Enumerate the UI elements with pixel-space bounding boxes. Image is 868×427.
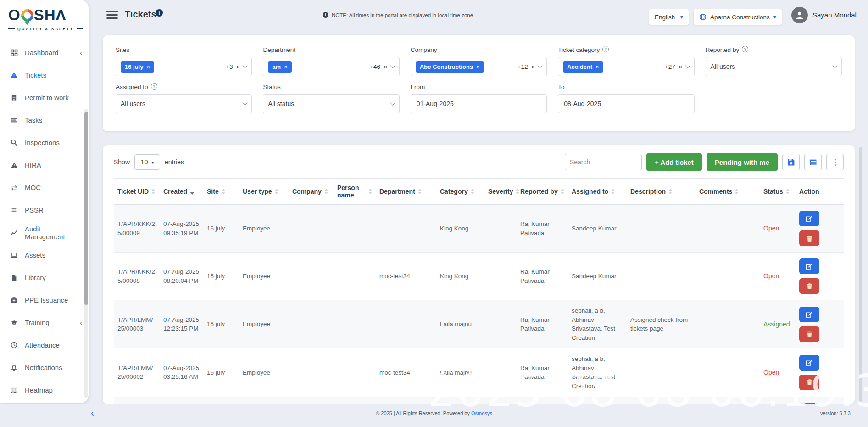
sidebar-item-tickets[interactable]: Tickets [0,64,89,86]
chevron-left-icon[interactable]: ‹ [80,319,82,326]
clear-icon[interactable]: × [531,63,535,71]
col-reported-by[interactable]: Reported by [517,179,568,205]
export-save-button[interactable] [782,154,800,170]
sites-multiselect[interactable]: 16 july× +3× [116,57,252,76]
col-category[interactable]: Category [436,179,484,205]
save-icon [787,158,795,166]
sidebar-item-moc[interactable]: ⇄ MOC [0,176,89,199]
page-size-select[interactable]: 10 ▾ [134,154,160,170]
pending-with-me-button[interactable]: Pending with me [707,153,778,171]
col-company[interactable]: Company [289,179,334,205]
logo-letter-o: O [8,6,21,24]
language-selector[interactable]: English ▾ [649,9,689,25]
sidebar-item-notifications[interactable]: Notifications [0,356,89,379]
more-options-button[interactable]: ⋮ [826,154,844,170]
ticket-uid-cell: T/APR/KKK/25/00008 [114,253,160,300]
page-size-control: Show 10 ▾ entries [114,154,184,170]
col-action: Action [796,179,844,205]
footer: ‹ © 2025 | All Rights Reserved. Powered … [0,404,868,427]
delete-button[interactable] [799,230,819,246]
col-ticket-uid[interactable]: Ticket UID [114,179,160,205]
reported-by-select[interactable]: All users [706,57,842,76]
sort-icon [275,189,278,194]
filter-label: Assigned to [116,84,148,90]
col-department[interactable]: Department [376,179,436,205]
clear-icon[interactable]: × [679,63,683,71]
sort-icon [222,189,225,194]
sidebar-item-tasks[interactable]: Tasks [0,109,89,131]
sidebar-item-audit-management[interactable]: Audit Management [0,221,89,244]
trash-icon [806,283,813,290]
sidebar-item-label: Training [25,319,50,326]
sidebar-item-ppe-issuance[interactable]: PPE Issuance [0,289,89,311]
chevron-down-icon [390,100,395,105]
user-name[interactable]: Sayan Mondal [812,11,857,19]
clear-icon[interactable]: × [384,63,388,71]
chip-close-icon[interactable]: × [146,63,150,70]
copyright: © 2025 | All Rights Reserved. Powered by… [0,410,868,416]
category-multiselect[interactable]: Accident× +27× [558,57,694,76]
delete-button[interactable] [799,278,819,294]
search-input[interactable] [565,154,642,170]
version-label: version: 5.7.3 [820,410,851,416]
chip-close-icon[interactable]: × [595,63,599,70]
sidebar-item-assets[interactable]: Assets [0,244,89,266]
sort-icon [151,189,155,194]
edit-button[interactable] [799,355,819,371]
chevron-left-icon[interactable]: ‹ [80,49,82,56]
column-view-button[interactable] [804,154,822,170]
col-severity[interactable]: Severity [484,179,517,205]
sidebar-item-dashboard[interactable]: Dashboard ‹ [0,41,89,64]
help-icon[interactable]: ? [602,46,609,52]
edit-button[interactable] [799,258,819,274]
col-description[interactable]: Description [627,179,696,205]
osmosys-link[interactable]: Osmosys [471,410,492,416]
col-person-name[interactable]: Person name [334,179,376,205]
company-multiselect[interactable]: Abc Constructions× +12× [411,57,547,76]
sidebar-item-pssr[interactable]: PSSR [0,199,89,221]
col-created[interactable]: Created [160,179,203,205]
hamburger-menu-icon[interactable] [106,11,118,19]
add-ticket-button[interactable]: + Add ticket [646,153,702,171]
select-value: All users [121,100,145,107]
col-status[interactable]: Status [760,179,796,205]
edit-button[interactable] [799,307,819,322]
help-icon[interactable]: ? [151,83,157,90]
sidebar-item-hira[interactable]: HIRA [0,154,89,176]
sidebar-scrollbar-thumb[interactable] [84,112,88,305]
delete-button[interactable] [799,375,819,390]
sidebar-item-attendance[interactable]: Attendance [0,334,89,356]
assigned-to-select[interactable]: All users [116,94,252,113]
caret-down-icon: ▾ [151,160,154,165]
help-icon[interactable]: ? [742,46,748,52]
clear-icon[interactable]: × [236,63,240,71]
col-comments[interactable]: Comments [696,179,760,205]
chip-close-icon[interactable]: × [476,63,480,70]
col-site[interactable]: Site [203,179,239,205]
col-user-type[interactable]: User type [239,179,289,205]
filter-chip: am× [268,61,291,73]
user-avatar[interactable] [791,7,808,23]
delete-button[interactable] [799,326,819,342]
chip-close-icon[interactable]: × [284,63,288,70]
status-select[interactable]: All status [263,94,399,113]
organisation-selector[interactable]: Aparna Constructions ▾ [694,9,782,25]
sidebar-item-heatmap[interactable]: Heatmap [0,379,89,401]
sidebar-item-inspections[interactable]: Inspections [0,131,89,154]
sidebar-item-training[interactable]: Training ‹ [0,311,89,334]
table-row: T/APR/LMM/25/00002 07-Aug-2025 03:25:16 … [114,348,844,397]
sidebar-item-library[interactable]: Library [0,266,89,289]
main-scrollbar-thumb[interactable] [859,147,862,402]
to-date-input[interactable] [558,94,694,113]
filter-ticket-category: Ticket category? Accident× +27× [558,46,694,76]
sidebar-item-permit-to-work[interactable]: Permit to work [0,86,89,109]
department-multiselect[interactable]: am× +46× [263,57,399,76]
col-assigned-to[interactable]: Assigned to [568,179,627,205]
chevron-down-icon [243,63,248,68]
edit-pencil-icon [806,215,813,222]
from-date-input[interactable] [411,94,547,113]
caret-down-icon: ▾ [680,14,683,20]
info-icon[interactable]: i [156,9,163,17]
filter-label: Reported by [706,46,740,53]
edit-button[interactable] [799,211,819,226]
